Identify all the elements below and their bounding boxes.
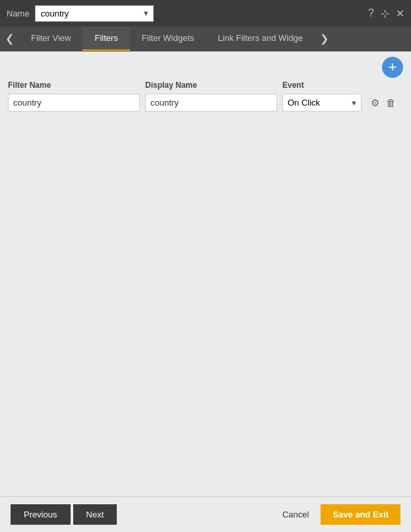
filter-table: Filter Name Display Name Event On Click … <box>0 81 411 112</box>
event-select[interactable]: On Click On Hover On Change <box>282 94 362 112</box>
next-button[interactable]: Next <box>73 504 117 525</box>
add-row: + <box>0 51 411 81</box>
footer: Previous Next Cancel Save and Exit <box>0 496 411 532</box>
save-exit-button[interactable]: Save and Exit <box>321 504 400 525</box>
tabs-next-button[interactable]: ❯ <box>315 26 334 51</box>
footer-right: Cancel Save and Exit <box>276 504 400 525</box>
filter-name-input[interactable] <box>8 94 140 112</box>
display-name-input[interactable] <box>145 94 277 112</box>
name-select-wrapper[interactable]: country ▼ <box>35 5 154 22</box>
cancel-button[interactable]: Cancel <box>276 504 315 525</box>
filter-row: On Click On Hover On Change ▼ ⚙ 🗑 <box>8 94 403 112</box>
tab-filter-widgets[interactable]: Filter Widgets <box>130 26 206 51</box>
header-icons: ? ⊹ ✕ <box>368 7 404 20</box>
main-spacer <box>0 112 411 496</box>
tabs-bar: ❮ Filter View Filters Filter Widgets Lin… <box>0 26 411 51</box>
col-header-filter-name: Filter Name <box>8 81 140 90</box>
header: Name country ▼ ? ⊹ ✕ <box>0 0 411 26</box>
footer-left: Previous Next <box>11 504 117 525</box>
name-select[interactable]: country <box>35 5 154 22</box>
name-label: Name <box>7 9 30 18</box>
tab-link-filters[interactable]: Link Filters and Widge <box>206 26 315 51</box>
settings-button[interactable]: ⚙ <box>369 96 381 110</box>
filter-table-header: Filter Name Display Name Event <box>8 81 403 90</box>
previous-button[interactable]: Previous <box>11 504 71 525</box>
event-cell[interactable]: On Click On Hover On Change ▼ <box>282 94 362 112</box>
col-header-event: Event <box>282 81 362 90</box>
main-content: + Filter Name Display Name Event On Clic… <box>0 51 411 496</box>
delete-button[interactable]: 🗑 <box>385 96 397 110</box>
tabs-prev-button[interactable]: ❮ <box>0 26 19 51</box>
trash-icon: 🗑 <box>386 97 396 108</box>
tab-filter-view[interactable]: Filter View <box>19 26 82 51</box>
display-name-cell <box>145 94 277 112</box>
add-filter-button[interactable]: + <box>382 57 403 78</box>
tab-filters[interactable]: Filters <box>82 26 129 51</box>
filter-name-cell <box>8 94 140 112</box>
gear-icon: ⚙ <box>371 97 379 108</box>
col-header-display-name: Display Name <box>145 81 277 90</box>
close-icon[interactable]: ✕ <box>396 7 404 20</box>
move-icon[interactable]: ⊹ <box>381 7 389 20</box>
help-icon[interactable]: ? <box>368 7 374 19</box>
row-actions: ⚙ 🗑 <box>369 96 397 110</box>
